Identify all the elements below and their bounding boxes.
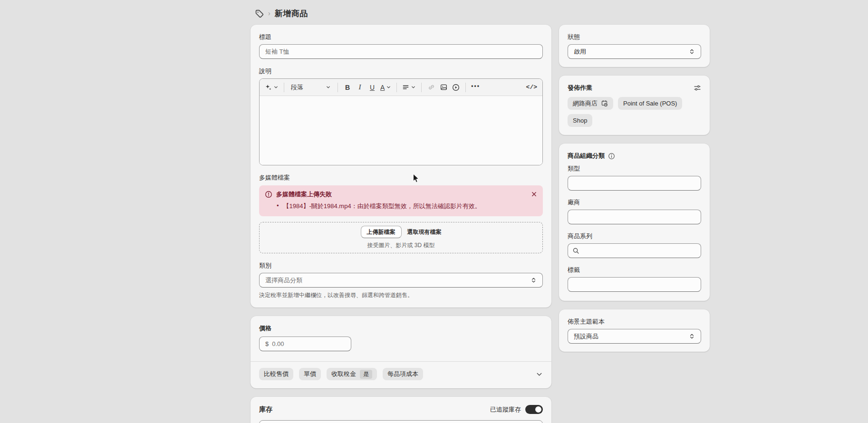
unit-price-chip[interactable]: 單價 bbox=[299, 368, 321, 380]
expand-pricing-button[interactable] bbox=[536, 371, 543, 378]
inventory-card: 庫存 已追蹤庫存 bbox=[251, 397, 551, 423]
channel-label: 網路商店 bbox=[573, 99, 598, 108]
main-column: 標題 短袖 T恤 說明 bbox=[251, 25, 551, 423]
tags-input[interactable] bbox=[568, 277, 701, 292]
organization-heading: 商品組織分類 bbox=[568, 152, 605, 160]
toolbar-divider bbox=[338, 83, 338, 92]
editor-toolbar: 段落 B I U A bbox=[260, 79, 542, 96]
more-options-button[interactable]: ••• bbox=[470, 81, 482, 94]
currency-prefix: $ bbox=[265, 340, 269, 347]
category-placeholder: 選擇商品分類 bbox=[265, 276, 302, 285]
link-icon bbox=[428, 84, 435, 91]
caret-updown-icon bbox=[689, 333, 695, 339]
vendor-label: 廠商 bbox=[568, 198, 701, 207]
description-label: 說明 bbox=[259, 67, 543, 76]
category-select[interactable]: 選擇商品分類 bbox=[259, 273, 543, 288]
chevron-down-icon bbox=[411, 85, 416, 90]
italic-button[interactable]: I bbox=[354, 81, 366, 94]
ai-magic-button[interactable] bbox=[263, 81, 280, 94]
sales-channels: 網路商店 Point of Sale (POS) Shop bbox=[568, 97, 701, 127]
title-label: 標題 bbox=[259, 33, 543, 41]
alignment-dropdown[interactable] bbox=[401, 81, 417, 94]
pricing-heading: 價格 bbox=[259, 324, 543, 333]
dropzone-hint: 接受圖片、影片或 3D 模型 bbox=[367, 241, 434, 250]
theme-template-select[interactable]: 預設商品 bbox=[568, 329, 701, 344]
media-dropzone[interactable]: 上傳新檔案 選取現有檔案 接受圖片、影片或 3D 模型 bbox=[259, 222, 543, 253]
toolbar-divider bbox=[465, 83, 466, 92]
publishing-card: 發佈作業 網路商店 bbox=[559, 76, 710, 135]
status-card: 狀態 啟用 bbox=[559, 25, 710, 67]
collections-search-input[interactable] bbox=[568, 243, 701, 258]
inventory-tracked-toggle[interactable] bbox=[525, 405, 543, 414]
inventory-quantity-input[interactable] bbox=[259, 420, 543, 423]
price-input[interactable]: $ 0.00 bbox=[259, 336, 351, 351]
paragraph-label: 段落 bbox=[291, 83, 303, 92]
type-label: 類型 bbox=[568, 164, 701, 173]
charge-tax-value: 是 bbox=[360, 370, 372, 379]
pricing-card: 價格 $ 0.00 比較售價 單價 收取稅金 是 每品項成本 bbox=[251, 316, 551, 388]
underline-button[interactable]: U bbox=[366, 81, 378, 94]
theme-template-card: 佈景主題範本 預設商品 bbox=[559, 309, 710, 352]
paragraph-style-dropdown[interactable]: 段落 bbox=[288, 81, 334, 94]
channel-online-store[interactable]: 網路商店 bbox=[568, 97, 613, 110]
caret-updown-icon bbox=[530, 277, 537, 283]
caret-updown-icon bbox=[689, 48, 695, 55]
text-color-dropdown[interactable]: A bbox=[379, 81, 393, 94]
align-icon bbox=[402, 84, 409, 91]
status-label: 狀態 bbox=[568, 33, 701, 41]
breadcrumb-chevron-icon: › bbox=[268, 10, 270, 17]
sliders-icon[interactable] bbox=[694, 84, 701, 92]
type-input[interactable] bbox=[568, 176, 701, 191]
close-icon bbox=[531, 191, 537, 197]
status-select[interactable]: 啟用 bbox=[568, 44, 701, 59]
media-upload-error-banner: 多媒體檔案上傳失敗 • 【1984】-關於1984.mp4：由於檔案類型無效，所… bbox=[259, 185, 543, 216]
category-help-text: 決定稅率並新增中繼欄位，以改善搜尋、篩選和跨管道銷售。 bbox=[259, 291, 543, 299]
description-textarea[interactable] bbox=[260, 96, 542, 165]
insert-image-button[interactable] bbox=[438, 81, 449, 94]
upload-new-file-button[interactable]: 上傳新檔案 bbox=[361, 226, 402, 238]
channel-shop[interactable]: Shop bbox=[568, 114, 592, 127]
channel-label: Shop bbox=[573, 117, 587, 124]
charge-tax-chip[interactable]: 收取稅金 是 bbox=[327, 368, 377, 380]
info-icon[interactable] bbox=[608, 153, 615, 160]
chevron-down-icon bbox=[273, 85, 279, 90]
price-placeholder: 0.00 bbox=[272, 340, 284, 347]
cost-per-item-chip[interactable]: 每品項成本 bbox=[383, 368, 423, 380]
link-button[interactable] bbox=[425, 81, 437, 94]
bullet: • bbox=[277, 202, 279, 211]
category-label: 類別 bbox=[259, 261, 543, 270]
toolbar-divider bbox=[421, 83, 422, 92]
chevron-down-icon bbox=[386, 85, 391, 90]
error-detail: 【1984】-關於1984.mp4：由於檔案類型無效，所以無法確認影片有效。 bbox=[283, 202, 481, 211]
calendar-clock-icon[interactable] bbox=[601, 100, 608, 107]
organization-card: 商品組織分類 類型 廠商 商品系列 bbox=[559, 144, 710, 301]
pricing-options-row: 比較售價 單價 收取稅金 是 每品項成本 bbox=[259, 368, 543, 380]
select-existing-file-button[interactable]: 選取現有檔案 bbox=[407, 228, 442, 236]
show-html-button[interactable]: </> bbox=[525, 81, 539, 94]
title-placeholder: 短袖 T恤 bbox=[265, 48, 289, 56]
image-icon bbox=[440, 84, 447, 91]
bold-button[interactable]: B bbox=[342, 81, 353, 94]
breadcrumb: › 新增商品 bbox=[255, 7, 308, 20]
collections-label: 商品系列 bbox=[568, 232, 701, 240]
status-value: 啟用 bbox=[574, 48, 586, 56]
channel-label: Point of Sale (POS) bbox=[623, 100, 677, 107]
media-label: 多媒體檔案 bbox=[259, 173, 543, 182]
page-title: 新增商品 bbox=[275, 8, 308, 19]
vendor-input[interactable] bbox=[568, 210, 701, 224]
alert-circle-icon bbox=[265, 191, 272, 198]
dismiss-error-button[interactable] bbox=[530, 190, 538, 198]
rich-text-editor: 段落 B I U A bbox=[259, 78, 543, 165]
inventory-heading: 庫存 bbox=[259, 405, 272, 414]
compare-at-price-chip[interactable]: 比較售價 bbox=[259, 368, 293, 380]
play-circle-icon bbox=[452, 84, 460, 91]
channel-pos[interactable]: Point of Sale (POS) bbox=[618, 97, 682, 110]
product-details-card: 標題 短袖 T恤 說明 bbox=[251, 25, 551, 308]
divider bbox=[251, 361, 551, 362]
toolbar-divider bbox=[284, 83, 284, 92]
insert-video-button[interactable] bbox=[450, 81, 462, 94]
title-input[interactable]: 短袖 T恤 bbox=[259, 44, 543, 59]
charge-tax-label: 收取稅金 bbox=[331, 370, 356, 378]
toggle-knob bbox=[535, 406, 541, 413]
tag-icon[interactable] bbox=[255, 9, 264, 18]
